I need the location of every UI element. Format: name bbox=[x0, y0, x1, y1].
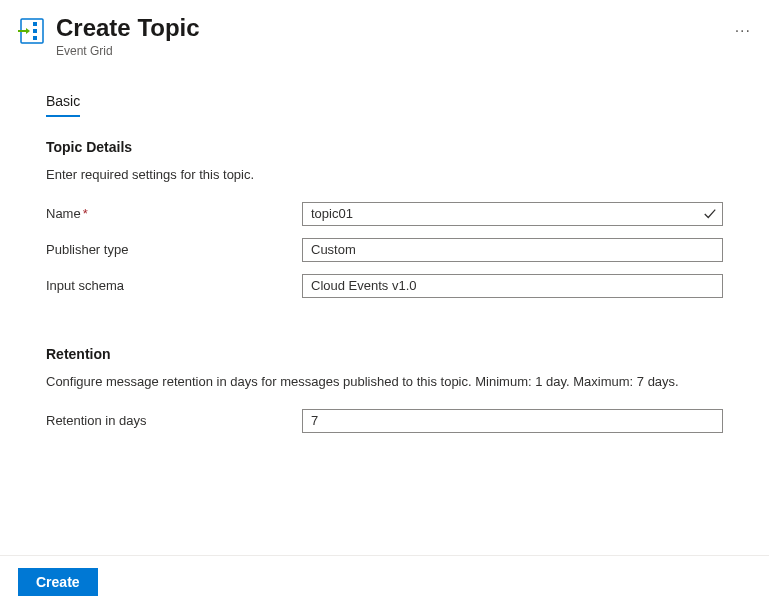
topic-icon bbox=[18, 18, 44, 44]
svg-rect-3 bbox=[33, 36, 37, 40]
publisher-type-input[interactable] bbox=[302, 238, 723, 262]
tab-basic[interactable]: Basic bbox=[46, 93, 80, 117]
section-title-topic-details: Topic Details bbox=[46, 139, 723, 155]
row-publisher-type: Publisher type bbox=[46, 238, 723, 262]
section-desc-topic-details: Enter required settings for this topic. bbox=[46, 167, 723, 182]
page-subtitle: Event Grid bbox=[56, 44, 705, 58]
label-retention-days: Retention in days bbox=[46, 413, 302, 428]
svg-rect-2 bbox=[33, 29, 37, 33]
svg-rect-1 bbox=[33, 22, 37, 26]
row-retention-days: Retention in days bbox=[46, 409, 723, 433]
check-icon bbox=[703, 207, 717, 221]
retention-days-input[interactable] bbox=[302, 409, 723, 433]
content-area: Topic Details Enter required settings fo… bbox=[0, 117, 769, 433]
label-publisher-type: Publisher type bbox=[46, 242, 302, 257]
footer: Create bbox=[0, 555, 769, 608]
svg-marker-5 bbox=[26, 28, 30, 34]
page-title: Create Topic bbox=[56, 14, 705, 43]
create-button[interactable]: Create bbox=[18, 568, 98, 596]
name-input[interactable] bbox=[302, 202, 723, 226]
input-schema-input[interactable] bbox=[302, 274, 723, 298]
tabs: Basic bbox=[0, 68, 769, 117]
section-retention: Retention Configure message retention in… bbox=[46, 346, 723, 433]
row-name: Name* bbox=[46, 202, 723, 226]
more-actions-button[interactable]: ··· bbox=[735, 22, 751, 40]
section-desc-retention: Configure message retention in days for … bbox=[46, 374, 723, 389]
label-input-schema: Input schema bbox=[46, 278, 302, 293]
section-title-retention: Retention bbox=[46, 346, 723, 362]
row-input-schema: Input schema bbox=[46, 274, 723, 298]
label-name: Name* bbox=[46, 206, 302, 221]
page-header: Create Topic Event Grid ··· bbox=[0, 0, 769, 68]
section-topic-details: Topic Details Enter required settings fo… bbox=[46, 139, 723, 298]
required-indicator: * bbox=[83, 206, 88, 221]
